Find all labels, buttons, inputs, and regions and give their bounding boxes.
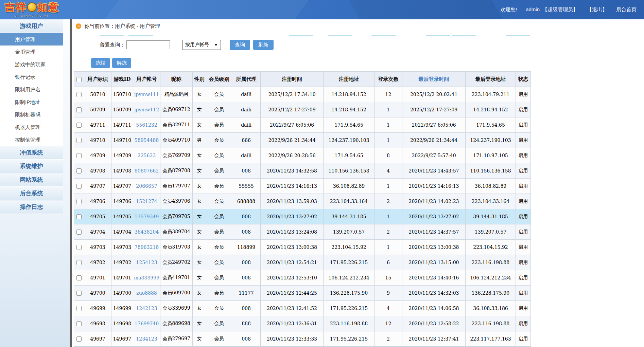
row-checkbox-cell [74, 224, 84, 240]
cell-user-account[interactable]: 78963218 [133, 240, 160, 255]
table-row[interactable]: 496991496991242123会员339699女会员0082020/11/… [74, 301, 531, 316]
sidebar-item-system-maintenance[interactable]: 系统维护 [0, 160, 63, 173]
cell-register-time: 2020/11/23 12:54:21 [261, 255, 324, 270]
row-checkbox[interactable] [76, 260, 82, 265]
sidebar-item-gold-management[interactable]: 金币管理 [0, 45, 63, 58]
row-checkbox[interactable] [76, 184, 82, 189]
row-checkbox[interactable] [76, 153, 82, 158]
table-row[interactable]: 49709149709225623会员769709女会员daili2022/9/… [74, 148, 531, 163]
table-row[interactable]: 50709150709jpymw112会员069712女会员daili2025/… [74, 102, 531, 117]
column-header-last-login-time[interactable]: 最后登录时间 [402, 72, 466, 87]
cell-register-address: 223.104.33.164 [324, 194, 375, 209]
cell-user-account[interactable]: 1234123 [133, 331, 160, 347]
cell-user-account[interactable]: 36438204 [133, 224, 160, 240]
table-row[interactable]: 4970314970378963218会员319703女会员1188992020… [74, 240, 531, 255]
cell-user-account[interactable]: 5561232 [133, 117, 160, 133]
table-row[interactable]: 497111497115561232会员329711女会员daili2022/9… [74, 117, 531, 133]
row-checkbox[interactable] [76, 92, 82, 97]
row-checkbox[interactable] [76, 214, 82, 219]
cell-agent: 008 [232, 301, 261, 316]
sidebar-item-restrict-machine-code[interactable]: 限制机器码 [0, 108, 63, 121]
table-row[interactable]: 497071497072066657会员179707女会员555552020/1… [74, 179, 531, 194]
row-checkbox[interactable] [76, 107, 82, 112]
cell-register-time: 2020/11/23 13:27:02 [261, 209, 324, 224]
home-link[interactable]: 后台首页 [616, 6, 637, 13]
query-button[interactable]: 查询 [230, 40, 250, 50]
table-row[interactable]: 497021497021254123会员249702女会员0082020/11/… [74, 255, 531, 270]
sidebar-item-user-management[interactable]: 用户管理 [0, 33, 63, 45]
table-row[interactable]: 49701149701ma888999会员419701女会员0082020/11… [74, 270, 531, 286]
cell-last-login-address: 171.9.54.65 [466, 117, 516, 133]
cell-last-login-time: 2020/11/23 14:32:03 [402, 286, 466, 301]
table-row[interactable]: 50710150710jpymw111精品源码网女会员daili2025/12/… [74, 87, 531, 102]
row-checkbox[interactable] [76, 138, 82, 143]
cell-agent: 008 [232, 331, 261, 347]
sidebar-item-control-value-management[interactable]: 控制值管理 [0, 133, 63, 146]
cell-user-account[interactable]: 1254123 [133, 255, 160, 270]
sidebar-item-recharge-system[interactable]: 冲值系统 [0, 146, 63, 160]
cell-user-account[interactable]: 1521274 [133, 194, 160, 209]
cell-user-account[interactable]: jpymw112 [133, 102, 160, 117]
cell-user-account[interactable]: 17699740 [133, 316, 160, 331]
cell-last-login-address: 36.108.33.186 [466, 301, 516, 316]
row-checkbox[interactable] [76, 168, 82, 174]
row-checkbox[interactable] [76, 230, 82, 235]
unfreeze-button[interactable]: 解冻 [112, 58, 131, 68]
cell-status: 启用 [516, 286, 531, 301]
sidebar-item-robot-management[interactable]: 机器人管理 [0, 121, 63, 133]
cell-member-level: 会员 [206, 301, 232, 316]
table-row[interactable]: 4971014971058954488会员409710男会员6662022/9/… [74, 133, 531, 148]
cell-user-account[interactable]: jpymw111 [133, 87, 160, 102]
cell-user-account[interactable]: zuo8888 [133, 286, 160, 301]
search-type-value: 按用户帐号 [185, 42, 209, 48]
row-checkbox[interactable] [76, 306, 82, 311]
row-checkbox[interactable] [76, 275, 82, 280]
sidebar-item-operation-log[interactable]: 操作日志 [0, 200, 63, 214]
search-type-select[interactable]: 按用户帐号 ▼ [182, 40, 221, 50]
cell-user-account[interactable]: 80807662 [133, 163, 160, 179]
row-checkbox[interactable] [76, 321, 82, 326]
sidebar-item-restrict-ip[interactable]: 限制IP地址 [0, 96, 63, 108]
cell-gender: 女 [193, 255, 206, 270]
table-row[interactable]: 4970814970880807662会员879708女会员0082020/11… [74, 163, 531, 179]
cell-agent: 008 [232, 163, 261, 179]
row-checkbox[interactable] [76, 123, 82, 128]
table-row[interactable]: 497061497061521274会员439706女会员6888882020/… [74, 194, 531, 209]
sidebar-item-bank-records[interactable]: 银行记录 [0, 71, 63, 83]
cell-status: 启用 [516, 87, 531, 102]
cell-member-level: 会员 [206, 316, 232, 331]
row-checkbox[interactable] [76, 336, 82, 342]
cell-user-account[interactable]: 58954488 [133, 133, 160, 148]
sidebar-item-game-users[interactable]: 游戏用户 [0, 19, 63, 33]
table-row[interactable]: 496971496971234123会员279697女会员0082020/11/… [74, 331, 531, 347]
refresh-button[interactable]: 刷新 [253, 40, 274, 50]
search-input[interactable] [126, 40, 170, 49]
table-row[interactable]: 4970514970513579349会员709705女会员0082020/11… [74, 209, 531, 224]
cell-register-time: 2020/11/23 12:53:10 [261, 270, 324, 286]
row-checkbox[interactable] [76, 199, 82, 204]
freeze-button[interactable]: 冻结 [91, 58, 110, 68]
sidebar-item-website-system[interactable]: 网站系统 [0, 173, 63, 187]
logout-link[interactable]: 【退出】 [587, 6, 607, 13]
cell-user-account[interactable]: 225623 [133, 148, 160, 163]
cell-status: 启用 [516, 148, 531, 163]
table-row[interactable]: 4970414970436438204会员389704女会员0082020/11… [74, 224, 531, 240]
sidebar-item-restrict-username[interactable]: 限制用户名 [0, 83, 63, 96]
sidebar-item-players-in-game[interactable]: 游戏中的玩家 [0, 58, 63, 71]
cell-register-time: 2020/11/23 14:16:13 [261, 179, 324, 194]
table-row[interactable]: 4969814969817699740会员889698女会员8882020/11… [74, 316, 531, 331]
row-checkbox[interactable] [76, 245, 82, 250]
cell-user-id: 49708 [84, 163, 111, 179]
select-all-checkbox[interactable] [76, 77, 82, 82]
sidebar-item-backend-system[interactable]: 后台系统 [0, 187, 63, 200]
cell-login-count: 9 [375, 286, 402, 301]
row-checkbox[interactable] [76, 291, 82, 296]
cell-user-account[interactable]: 1242123 [133, 301, 160, 316]
cell-user-account[interactable]: ma888999 [133, 270, 160, 286]
cell-register-time: 2020/11/23 12:36:31 [261, 316, 324, 331]
cell-user-account[interactable]: 2066657 [133, 179, 160, 194]
cell-user-account[interactable]: 13579349 [133, 209, 160, 224]
cell-register-address: 14.218.94.152 [324, 87, 375, 102]
cell-last-login-address: 223.116.198.88 [466, 255, 516, 270]
table-row[interactable]: 49700149700zuo8888会员609700女会员111772020/1… [74, 286, 531, 301]
